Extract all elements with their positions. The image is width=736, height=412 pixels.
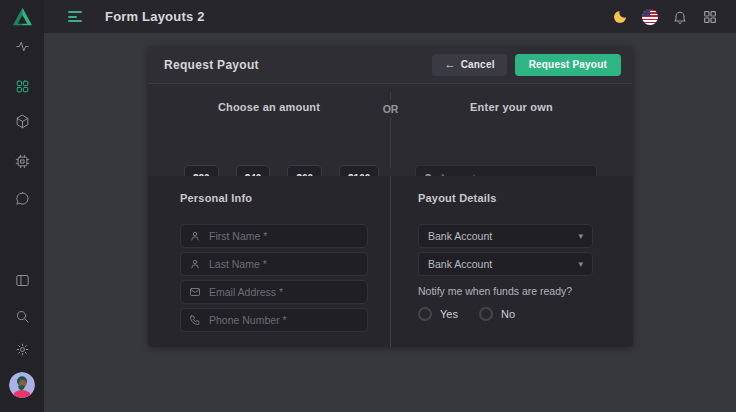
sidebar-item-activity[interactable]	[0, 36, 44, 56]
layout-icon	[15, 273, 30, 288]
request-payout-card: Request Payout ← Cancel Request Payout C…	[148, 46, 633, 347]
bank-account-select-1[interactable]: Bank Account ▾	[418, 224, 593, 248]
grid-icon	[15, 79, 30, 94]
radio-circle-icon	[418, 307, 432, 321]
radio-option-no[interactable]: No	[479, 307, 515, 321]
notify-question-label: Notify me when funds are ready?	[418, 285, 593, 297]
card-title: Request Payout	[164, 58, 259, 72]
language-us-flag-icon[interactable]	[641, 8, 658, 25]
chat-bubble-icon	[15, 191, 30, 206]
chevron-down-icon: ▾	[578, 231, 583, 241]
user-avatar[interactable]	[9, 372, 35, 398]
sidebar-item-chat[interactable]	[0, 188, 44, 208]
avatar-image	[9, 372, 35, 398]
theme-toggle-moon-icon[interactable]	[611, 8, 628, 25]
payout-details-section: Payout Details Bank Account ▾ Bank Accou…	[418, 176, 593, 321]
apps-grid-icon[interactable]	[701, 8, 718, 25]
card-header: Request Payout ← Cancel Request Payout	[148, 46, 633, 84]
phone-field	[180, 308, 368, 332]
personal-info-title: Personal Info	[180, 192, 368, 204]
app-logo[interactable]	[0, 0, 44, 33]
back-arrow-icon: ←	[444, 59, 455, 70]
page-title: Form Layouts 2	[105, 9, 205, 24]
sidebar-item-search[interactable]	[0, 306, 44, 326]
sidebar-item-cube[interactable]	[0, 111, 44, 131]
notify-radio-group: Yes No	[418, 307, 593, 321]
enter-your-own-label: Enter your own	[390, 101, 633, 113]
request-payout-button[interactable]: Request Payout	[515, 54, 621, 76]
sidebar	[0, 0, 44, 412]
menu-toggle-icon[interactable]	[68, 11, 83, 22]
select-value: Bank Account	[428, 258, 578, 270]
amount-section: Choose an amount Enter your own OR $20 $…	[148, 84, 633, 176]
radio-circle-icon	[479, 307, 493, 321]
cancel-button[interactable]: ← Cancel	[432, 54, 506, 76]
radio-option-yes[interactable]: Yes	[418, 307, 458, 321]
person-icon	[189, 258, 201, 270]
bank-account-select-2[interactable]: Bank Account ▾	[418, 252, 593, 276]
search-icon	[15, 309, 30, 324]
gear-icon	[15, 342, 30, 357]
or-label: OR	[378, 100, 403, 118]
radio-label: Yes	[440, 308, 458, 320]
chevron-down-icon: ▾	[578, 259, 583, 269]
cube-icon	[15, 114, 30, 129]
cancel-button-label: Cancel	[461, 59, 495, 70]
email-input[interactable]	[209, 286, 359, 298]
personal-info-section: Personal Info	[180, 176, 368, 332]
first-name-field	[180, 224, 368, 248]
activity-icon	[15, 39, 30, 54]
last-name-input[interactable]	[209, 258, 359, 270]
phone-input[interactable]	[209, 314, 359, 326]
top-header: Form Layouts 2	[44, 0, 736, 33]
email-icon	[189, 286, 201, 298]
choose-amount-label: Choose an amount	[148, 101, 390, 113]
sidebar-item-grid[interactable]	[0, 76, 44, 96]
header-actions	[611, 8, 718, 25]
request-payout-button-label: Request Payout	[529, 59, 607, 70]
payout-details-title: Payout Details	[418, 192, 593, 204]
last-name-field	[180, 252, 368, 276]
select-value: Bank Account	[428, 230, 578, 242]
person-icon	[189, 230, 201, 242]
logo-triangle-icon	[12, 7, 33, 26]
main-content: Request Payout ← Cancel Request Payout C…	[44, 33, 736, 412]
radio-label: No	[501, 308, 515, 320]
phone-icon	[189, 314, 201, 326]
sidebar-item-cpu[interactable]	[0, 151, 44, 171]
card-body: Personal Info Pa	[148, 176, 633, 347]
email-field	[180, 280, 368, 304]
notifications-bell-icon[interactable]	[671, 8, 688, 25]
cpu-icon	[15, 154, 30, 169]
columns-divider-line	[390, 176, 391, 347]
sidebar-item-layout[interactable]	[0, 270, 44, 290]
first-name-input[interactable]	[209, 230, 359, 242]
sidebar-item-settings[interactable]	[0, 339, 44, 359]
